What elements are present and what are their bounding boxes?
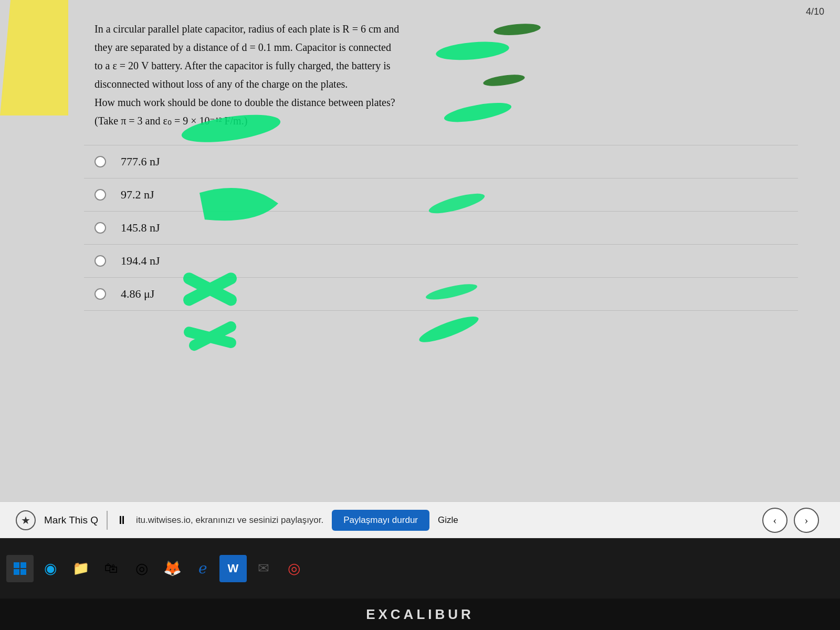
mark-star-icon[interactable]: ★ [16, 510, 36, 530]
stop-sharing-button[interactable]: Paylaşmayı durdur [332, 510, 429, 531]
option-B-label: 97.2 nJ [121, 188, 154, 202]
brand-name: EXCALIBUR [366, 606, 474, 623]
option-A[interactable]: 777.6 nJ [84, 145, 798, 178]
pause-icon: ⏸ [116, 513, 128, 527]
option-E[interactable]: 4.86 μJ [84, 277, 798, 311]
page-number: 4/10 [806, 6, 824, 17]
notif-share-message: itu.witwises.io, ekranınızı ve sesinizi … [136, 515, 323, 526]
svg-rect-10 [14, 569, 19, 575]
option-D-label: 194.4 nJ [121, 254, 160, 268]
taskbar-chrome-icon[interactable]: ◎ [128, 555, 155, 582]
main-content: 4/10 In a circular parallel plate capaci… [0, 0, 840, 536]
radio-D[interactable] [94, 255, 106, 267]
hide-button[interactable]: Gizle [438, 515, 458, 526]
question-line-6: (Take π = 3 and ε₀ = 9 × 10⁻¹² F/m.) [94, 113, 798, 129]
taskbar: ◉ 📁 🛍 ◎ 🦊 ℯ W ✉ ◎ [0, 538, 840, 598]
question-text: In a circular parallel plate capacitor, … [94, 21, 798, 129]
option-B[interactable]: 97.2 nJ [84, 178, 798, 211]
taskbar-store-icon[interactable]: 🛍 [98, 555, 125, 582]
taskbar-windows-icon[interactable] [6, 555, 34, 582]
mark-this-label: Mark This Q [44, 514, 98, 526]
radio-B[interactable] [94, 189, 106, 201]
nav-arrows: ‹ › [762, 508, 819, 533]
question-line-2: they are separated by a distance of d = … [94, 39, 798, 56]
option-E-label: 4.86 μJ [121, 287, 154, 301]
next-arrow[interactable]: › [794, 508, 819, 533]
radio-C[interactable] [94, 222, 106, 234]
yellow-highlight-strip [0, 0, 68, 116]
question-line-4: disconnected without loss of any of the … [94, 76, 798, 92]
option-A-label: 777.6 nJ [121, 155, 160, 169]
radio-E[interactable] [94, 288, 106, 300]
taskbar-chrome2-icon[interactable]: ◎ [280, 555, 308, 582]
brand-bar: EXCALIBUR [0, 598, 840, 630]
notification-bar: ★ Mark This Q ⏸ itu.witwises.io, ekranın… [0, 501, 840, 538]
taskbar-edge-icon[interactable]: ◉ [37, 555, 64, 582]
taskbar-firefox-icon[interactable]: 🦊 [159, 555, 186, 582]
taskbar-ie-icon[interactable]: ℯ [189, 555, 216, 582]
svg-rect-11 [20, 569, 26, 575]
svg-rect-9 [20, 562, 26, 568]
notif-divider [107, 511, 108, 530]
option-D[interactable]: 194.4 nJ [84, 244, 798, 277]
taskbar-mail-icon[interactable]: ✉ [250, 555, 277, 582]
taskbar-word-icon[interactable]: W [219, 555, 247, 582]
radio-A[interactable] [94, 156, 106, 167]
question-line-3: to a ε = 20 V battery. After the capacit… [94, 58, 798, 74]
question-line-1: In a circular parallel plate capacitor, … [94, 21, 798, 37]
options-list: 777.6 nJ 97.2 nJ 145.8 nJ 194.4 nJ 4.86 … [84, 145, 798, 311]
option-C[interactable]: 145.8 nJ [84, 211, 798, 244]
svg-rect-8 [14, 562, 19, 568]
svg-point-5 [417, 312, 481, 347]
question-line-5: How much work should be done to double t… [94, 94, 798, 111]
option-C-label: 145.8 nJ [121, 221, 160, 235]
taskbar-files-icon[interactable]: 📁 [67, 555, 94, 582]
prev-arrow[interactable]: ‹ [762, 508, 788, 533]
